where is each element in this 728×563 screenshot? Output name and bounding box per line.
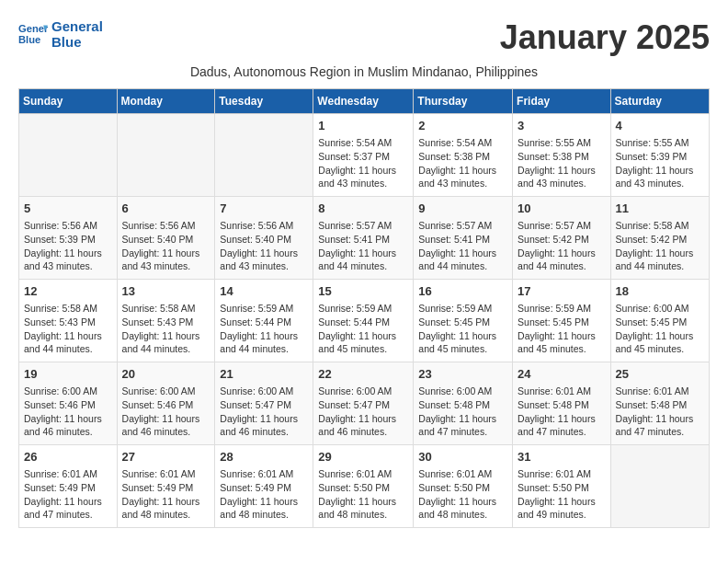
day-info: Sunrise: 6:00 AM Sunset: 5:45 PM Dayligh…	[616, 302, 704, 356]
day-info: Sunrise: 6:01 AM Sunset: 5:48 PM Dayligh…	[616, 385, 704, 439]
day-number: 28	[220, 449, 308, 465]
day-info: Sunrise: 5:59 AM Sunset: 5:45 PM Dayligh…	[518, 302, 606, 356]
calendar-cell: 25Sunrise: 6:01 AM Sunset: 5:48 PM Dayli…	[610, 362, 709, 445]
calendar-cell: 11Sunrise: 5:58 AM Sunset: 5:42 PM Dayli…	[610, 197, 709, 280]
logo-general: General	[51, 18, 103, 34]
calendar-week-3: 12Sunrise: 5:58 AM Sunset: 5:43 PM Dayli…	[19, 280, 710, 362]
calendar-cell: 15Sunrise: 5:59 AM Sunset: 5:44 PM Dayli…	[313, 280, 414, 362]
day-number: 27	[122, 449, 210, 465]
weekday-thursday: Thursday	[414, 89, 513, 114]
day-info: Sunrise: 5:56 AM Sunset: 5:39 PM Dayligh…	[24, 219, 112, 273]
day-info: Sunrise: 5:58 AM Sunset: 5:43 PM Dayligh…	[122, 302, 210, 356]
svg-text:Blue: Blue	[18, 34, 40, 45]
calendar-cell: 27Sunrise: 6:01 AM Sunset: 5:49 PM Dayli…	[117, 445, 215, 528]
day-info: Sunrise: 5:58 AM Sunset: 5:43 PM Dayligh…	[24, 302, 112, 356]
calendar-cell	[610, 445, 709, 528]
day-info: Sunrise: 6:01 AM Sunset: 5:50 PM Dayligh…	[318, 467, 408, 522]
day-number: 2	[418, 118, 507, 134]
calendar-cell: 21Sunrise: 6:00 AM Sunset: 5:47 PM Dayli…	[215, 362, 313, 445]
day-number: 12	[24, 283, 112, 300]
calendar-week-4: 19Sunrise: 6:00 AM Sunset: 5:46 PM Dayli…	[19, 362, 710, 445]
day-info: Sunrise: 6:01 AM Sunset: 5:49 PM Dayligh…	[122, 467, 210, 522]
calendar-cell: 24Sunrise: 6:01 AM Sunset: 5:48 PM Dayli…	[513, 362, 611, 445]
calendar-cell	[117, 114, 215, 197]
day-number: 29	[318, 449, 408, 465]
calendar-cell: 22Sunrise: 6:00 AM Sunset: 5:47 PM Dayli…	[313, 362, 414, 445]
day-number: 8	[318, 201, 408, 217]
day-number: 20	[122, 366, 210, 383]
day-number: 7	[220, 201, 308, 217]
calendar-table: SundayMondayTuesdayWednesdayThursdayFrid…	[18, 88, 710, 528]
calendar-cell: 30Sunrise: 6:01 AM Sunset: 5:50 PM Dayli…	[414, 445, 513, 528]
day-number: 16	[418, 283, 507, 300]
day-info: Sunrise: 5:55 AM Sunset: 5:38 PM Dayligh…	[518, 136, 606, 190]
day-info: Sunrise: 6:01 AM Sunset: 5:50 PM Dayligh…	[518, 467, 606, 522]
day-number: 24	[518, 366, 606, 383]
weekday-wednesday: Wednesday	[313, 89, 414, 114]
calendar-week-5: 26Sunrise: 6:01 AM Sunset: 5:49 PM Dayli…	[19, 445, 710, 528]
calendar-cell: 20Sunrise: 6:00 AM Sunset: 5:46 PM Dayli…	[117, 362, 215, 445]
weekday-tuesday: Tuesday	[215, 89, 313, 114]
day-number: 6	[122, 201, 210, 217]
calendar-week-2: 5Sunrise: 5:56 AM Sunset: 5:39 PM Daylig…	[19, 197, 710, 280]
calendar-cell	[215, 114, 313, 197]
day-info: Sunrise: 5:59 AM Sunset: 5:44 PM Dayligh…	[318, 302, 408, 356]
day-number: 9	[418, 201, 507, 217]
calendar-cell: 18Sunrise: 6:00 AM Sunset: 5:45 PM Dayli…	[610, 280, 709, 362]
day-number: 19	[24, 366, 112, 383]
day-info: Sunrise: 5:57 AM Sunset: 5:42 PM Dayligh…	[518, 219, 606, 273]
calendar-body: 1Sunrise: 5:54 AM Sunset: 5:37 PM Daylig…	[19, 114, 710, 528]
day-number: 13	[122, 283, 210, 300]
day-info: Sunrise: 6:00 AM Sunset: 5:47 PM Dayligh…	[220, 385, 308, 439]
calendar-cell: 2Sunrise: 5:54 AM Sunset: 5:38 PM Daylig…	[414, 114, 513, 197]
day-number: 4	[616, 118, 704, 134]
day-number: 31	[518, 449, 606, 465]
weekday-sunday: Sunday	[19, 89, 118, 114]
day-number: 18	[616, 283, 704, 300]
calendar-cell: 28Sunrise: 6:01 AM Sunset: 5:49 PM Dayli…	[215, 445, 313, 528]
day-number: 23	[418, 366, 507, 383]
calendar-cell: 6Sunrise: 5:56 AM Sunset: 5:40 PM Daylig…	[117, 197, 215, 280]
day-info: Sunrise: 5:55 AM Sunset: 5:39 PM Dayligh…	[616, 136, 704, 190]
day-number: 11	[616, 201, 704, 217]
day-info: Sunrise: 5:56 AM Sunset: 5:40 PM Dayligh…	[122, 219, 210, 273]
weekday-header-row: SundayMondayTuesdayWednesdayThursdayFrid…	[19, 89, 710, 114]
calendar-cell: 3Sunrise: 5:55 AM Sunset: 5:38 PM Daylig…	[513, 114, 611, 197]
calendar-week-1: 1Sunrise: 5:54 AM Sunset: 5:37 PM Daylig…	[19, 114, 710, 197]
svg-text:General: General	[18, 23, 48, 34]
title-block: January 2025	[500, 18, 710, 57]
calendar-cell: 1Sunrise: 5:54 AM Sunset: 5:37 PM Daylig…	[313, 114, 414, 197]
calendar-cell: 19Sunrise: 6:00 AM Sunset: 5:46 PM Dayli…	[19, 362, 118, 445]
day-info: Sunrise: 6:00 AM Sunset: 5:46 PM Dayligh…	[122, 385, 210, 439]
calendar-cell: 29Sunrise: 6:01 AM Sunset: 5:50 PM Dayli…	[313, 445, 414, 528]
day-info: Sunrise: 6:00 AM Sunset: 5:48 PM Dayligh…	[418, 385, 507, 439]
day-number: 5	[24, 201, 112, 217]
calendar-cell: 8Sunrise: 5:57 AM Sunset: 5:41 PM Daylig…	[313, 197, 414, 280]
day-number: 17	[518, 283, 606, 300]
day-info: Sunrise: 6:00 AM Sunset: 5:46 PM Dayligh…	[24, 385, 112, 439]
calendar-cell: 31Sunrise: 6:01 AM Sunset: 5:50 PM Dayli…	[513, 445, 611, 528]
calendar-cell: 10Sunrise: 5:57 AM Sunset: 5:42 PM Dayli…	[513, 197, 611, 280]
day-number: 26	[24, 449, 112, 465]
day-info: Sunrise: 6:01 AM Sunset: 5:49 PM Dayligh…	[24, 467, 112, 522]
day-info: Sunrise: 5:59 AM Sunset: 5:44 PM Dayligh…	[220, 302, 308, 356]
logo-blue: Blue	[51, 34, 103, 50]
calendar-cell: 12Sunrise: 5:58 AM Sunset: 5:43 PM Dayli…	[19, 280, 118, 362]
calendar-cell	[19, 114, 118, 197]
calendar-cell: 26Sunrise: 6:01 AM Sunset: 5:49 PM Dayli…	[19, 445, 118, 528]
calendar-cell: 16Sunrise: 5:59 AM Sunset: 5:45 PM Dayli…	[414, 280, 513, 362]
calendar-cell: 7Sunrise: 5:56 AM Sunset: 5:40 PM Daylig…	[215, 197, 313, 280]
day-number: 14	[220, 283, 308, 300]
day-info: Sunrise: 5:59 AM Sunset: 5:45 PM Dayligh…	[418, 302, 507, 356]
calendar-cell: 13Sunrise: 5:58 AM Sunset: 5:43 PM Dayli…	[117, 280, 215, 362]
day-info: Sunrise: 6:01 AM Sunset: 5:49 PM Dayligh…	[220, 467, 308, 522]
calendar-cell: 9Sunrise: 5:57 AM Sunset: 5:41 PM Daylig…	[414, 197, 513, 280]
day-info: Sunrise: 5:57 AM Sunset: 5:41 PM Dayligh…	[318, 219, 408, 273]
weekday-monday: Monday	[117, 89, 215, 114]
calendar-cell: 17Sunrise: 5:59 AM Sunset: 5:45 PM Dayli…	[513, 280, 611, 362]
page-header: General Blue General Blue January 2025	[18, 18, 710, 57]
day-info: Sunrise: 6:01 AM Sunset: 5:50 PM Dayligh…	[418, 467, 507, 522]
day-info: Sunrise: 5:54 AM Sunset: 5:38 PM Dayligh…	[418, 136, 507, 190]
calendar-cell: 23Sunrise: 6:00 AM Sunset: 5:48 PM Dayli…	[414, 362, 513, 445]
day-info: Sunrise: 5:57 AM Sunset: 5:41 PM Dayligh…	[418, 219, 507, 273]
